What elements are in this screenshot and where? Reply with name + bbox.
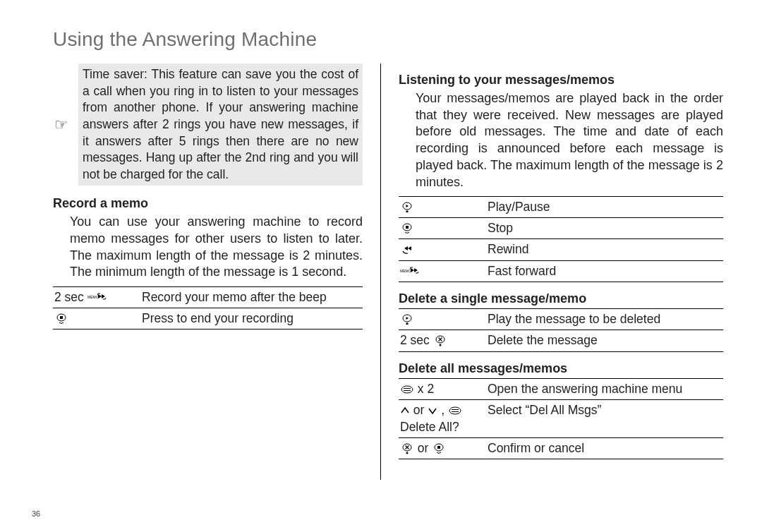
right-column: Listening to your messages/memos Your me… bbox=[381, 64, 730, 480]
cell-right: Press to end your recording bbox=[140, 308, 363, 330]
table-row: 2 sec MEMO Record your memo after the be… bbox=[53, 287, 363, 308]
cell-left bbox=[53, 308, 140, 330]
svg-rect-4 bbox=[406, 211, 409, 213]
stop-icon bbox=[400, 223, 414, 234]
time-saver-label: Time saver: bbox=[83, 67, 147, 81]
up-icon bbox=[400, 405, 410, 416]
page-number: 36 bbox=[32, 509, 40, 518]
stop-icon bbox=[432, 443, 446, 454]
content-columns: ☞ Time saver: This feature can save you … bbox=[32, 64, 730, 480]
table-row: Play the message to be deleted bbox=[399, 309, 723, 330]
cell-right: Confirm or cancel bbox=[486, 437, 723, 459]
svg-text:MEMO: MEMO bbox=[87, 295, 99, 299]
cell-right: Rewind bbox=[486, 239, 723, 260]
svg-rect-9 bbox=[406, 323, 409, 325]
del-all-heading: Delete all messages/memos bbox=[399, 361, 723, 377]
cell-right: Play/Pause bbox=[486, 197, 723, 218]
table-row: Rewind bbox=[399, 239, 723, 260]
cell-right: Select “Del All Msgs” bbox=[486, 400, 723, 437]
listening-para: Your messages/memos are played back in t… bbox=[416, 90, 723, 191]
svg-point-19 bbox=[406, 452, 409, 454]
del-single-table: Play the message to be deleted 2 sec Del… bbox=[399, 308, 723, 351]
rewind-icon bbox=[400, 244, 414, 255]
svg-text:MEMO: MEMO bbox=[400, 269, 411, 273]
manual-page: Using the Answering Machine ☞ Time saver… bbox=[0, 0, 762, 532]
cell-right: Fast forward bbox=[486, 260, 723, 282]
repeat-text: x 2 bbox=[414, 382, 434, 396]
listening-heading: Listening to your messages/memos bbox=[399, 72, 723, 89]
cell-right: Stop bbox=[486, 218, 723, 239]
cell-left: 2 sec MEMO bbox=[53, 287, 140, 308]
record-memo-heading: Record a memo bbox=[53, 195, 363, 212]
left-column: ☞ Time saver: This feature can save you … bbox=[32, 64, 381, 480]
menu-icon bbox=[400, 384, 414, 395]
time-saver-box: Time saver: This feature can save you th… bbox=[78, 64, 363, 186]
svg-rect-6 bbox=[406, 226, 409, 229]
delete-icon bbox=[400, 443, 414, 454]
comma-text: , bbox=[437, 403, 448, 417]
table-row: or Confirm or cancel bbox=[399, 437, 723, 459]
time-saver-text: This feature can save you the cost of a … bbox=[83, 67, 358, 181]
svg-rect-2 bbox=[60, 316, 63, 319]
menu-icon bbox=[448, 405, 462, 416]
prompt-text: Delete All? bbox=[400, 419, 485, 435]
record-memo-table: 2 sec MEMO Record your memo after the be… bbox=[53, 286, 363, 330]
duration-text: 2 sec bbox=[400, 333, 433, 347]
del-single-heading: Delete a single message/memo bbox=[399, 291, 723, 308]
table-row: Stop bbox=[399, 218, 723, 239]
play-icon bbox=[400, 314, 414, 325]
record-memo-para: You can use your answering machine to re… bbox=[70, 214, 363, 281]
memo-fwd-icon: MEMO bbox=[87, 292, 107, 303]
cell-right: Delete the message bbox=[486, 330, 723, 351]
table-row: or , Delete All? Select “Del All Msgs” bbox=[399, 400, 723, 437]
svg-point-12 bbox=[401, 386, 413, 393]
play-icon bbox=[400, 202, 414, 213]
listening-table: Play/Pause Stop Rewind MEMO Fast forward bbox=[399, 196, 723, 282]
del-all-table: x 2 Open the answering machine menu or ,… bbox=[399, 378, 723, 459]
time-saver-row: ☞ Time saver: This feature can save you … bbox=[53, 64, 363, 186]
or-text: or bbox=[410, 403, 428, 417]
or-text: or bbox=[414, 441, 432, 455]
delete-icon bbox=[433, 335, 447, 346]
cell-right: Record your memo after the beep bbox=[140, 287, 363, 308]
down-icon bbox=[428, 405, 437, 416]
cell-right: Open the answering machine menu bbox=[486, 379, 723, 400]
svg-rect-21 bbox=[437, 446, 440, 449]
svg-point-15 bbox=[449, 407, 461, 414]
memo-fwd-icon: MEMO bbox=[400, 266, 420, 277]
stop-icon bbox=[54, 313, 68, 325]
table-row: 2 sec Delete the message bbox=[399, 330, 723, 351]
svg-point-11 bbox=[439, 344, 441, 346]
table-row: MEMO Fast forward bbox=[399, 260, 723, 282]
table-row: Press to end your recording bbox=[53, 308, 363, 330]
pointing-hand-icon: ☞ bbox=[53, 114, 70, 135]
table-row: Play/Pause bbox=[399, 197, 723, 218]
duration-text: 2 sec bbox=[54, 290, 87, 304]
cell-right: Play the message to be deleted bbox=[486, 309, 723, 330]
table-row: x 2 Open the answering machine menu bbox=[399, 379, 723, 400]
page-title: Using the Answering Machine bbox=[53, 28, 730, 51]
